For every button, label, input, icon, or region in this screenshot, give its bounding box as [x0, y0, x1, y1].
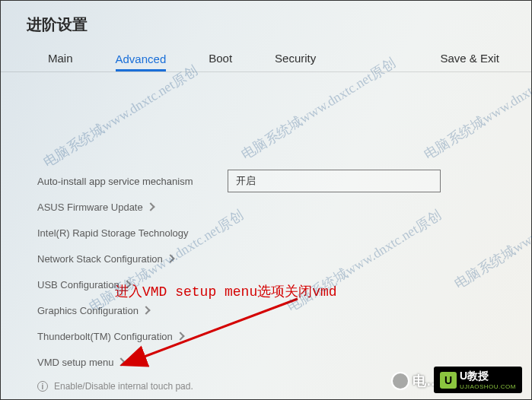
hint-text: Enable/Disable internal touch pad. [54, 381, 193, 392]
usb-config-label: USB Configuration [37, 279, 119, 290]
content-area: Auto-install app service mechanism 开启 AS… [1, 84, 531, 399]
vmd-setup-label: VMD setup menu [37, 357, 113, 368]
row-network-stack[interactable]: Network Stack Configuration [37, 246, 531, 271]
brand-logo-2: U U教授 UJIAOSHOU.COM [434, 367, 522, 393]
page-title: 进阶设置 [27, 14, 88, 35]
row-graphics-config[interactable]: Graphics Configuration [37, 297, 531, 323]
tab-advanced[interactable]: Advanced [116, 46, 167, 71]
info-icon: i [37, 381, 48, 392]
tab-main[interactable]: Main [48, 46, 73, 71]
chevron-right-icon [146, 202, 155, 211]
intel-rst-label: Intel(R) Rapid Storage Technology [37, 227, 189, 239]
grid-icon [391, 372, 409, 390]
annotation-text: 进入VMD setup menu选项关闭vmd [115, 282, 337, 300]
tab-bar: Main Advanced Boot Security Save & Exit [1, 45, 531, 72]
auto-install-label: Auto-install app service mechanism [37, 176, 228, 187]
tab-security[interactable]: Security [275, 46, 316, 71]
tab-boot[interactable]: Boot [209, 46, 232, 71]
row-thunderbolt-config[interactable]: Thunderbolt(TM) Configuration [37, 323, 531, 349]
graphics-config-label: Graphics Configuration [37, 305, 139, 316]
brand2-sub: UJIAOSHOU.COM [460, 383, 516, 390]
chevron-right-icon [142, 306, 150, 314]
brand-logo-1: 电… [391, 372, 440, 390]
thunderbolt-config-label: Thunderbolt(TM) Configuration [37, 331, 173, 342]
row-intel-rst[interactable]: Intel(R) Rapid Storage Technology [37, 220, 531, 246]
asus-firmware-label: ASUS Firmware Update [37, 202, 143, 213]
row-asus-firmware[interactable]: ASUS Firmware Update [37, 194, 531, 220]
chevron-right-icon [166, 254, 174, 262]
row-auto-install[interactable]: Auto-install app service mechanism 开启 [37, 168, 531, 194]
brand2-name: U教授 [460, 370, 489, 382]
hint-row: i Enable/Disable internal touch pad. [37, 381, 193, 392]
chevron-right-icon [117, 357, 126, 366]
u-icon: U [440, 372, 457, 389]
chevron-right-icon [176, 332, 184, 340]
network-stack-label: Network Stack Configuration [37, 253, 163, 265]
auto-install-value-text: 开启 [236, 174, 256, 188]
tab-save-exit[interactable]: Save & Exit [440, 46, 499, 71]
auto-install-value[interactable]: 开启 [228, 170, 441, 192]
